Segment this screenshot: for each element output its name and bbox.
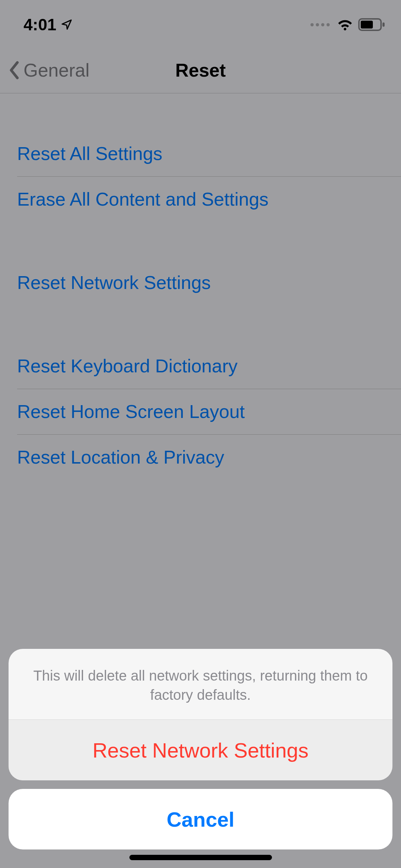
row-label: Reset Keyboard Dictionary	[17, 355, 238, 377]
status-time: 4:01	[24, 15, 56, 34]
svg-rect-1	[361, 21, 373, 29]
back-label: General	[24, 60, 89, 81]
navigation-bar: General Reset	[0, 47, 401, 93]
back-button[interactable]: General	[8, 47, 89, 93]
erase-all-content-row[interactable]: Erase All Content and Settings	[0, 176, 401, 222]
reset-network-settings-row[interactable]: Reset Network Settings	[0, 260, 401, 305]
confirm-reset-network-button[interactable]: Reset Network Settings	[9, 720, 392, 780]
battery-icon	[358, 18, 385, 31]
chevron-left-icon	[8, 61, 21, 79]
cellular-signal-icon	[310, 23, 330, 26]
reset-all-settings-row[interactable]: Reset All Settings	[0, 131, 401, 176]
settings-group: Reset Network Settings	[0, 259, 401, 306]
status-bar: 4:01	[0, 0, 401, 47]
row-label: Reset Location & Privacy	[17, 446, 224, 468]
reset-home-screen-layout-row[interactable]: Reset Home Screen Layout	[0, 389, 401, 434]
row-label: Reset Home Screen Layout	[17, 401, 245, 422]
page-title: Reset	[175, 60, 226, 81]
location-services-icon	[61, 19, 73, 31]
row-label: Reset All Settings	[17, 143, 163, 164]
reset-location-privacy-row[interactable]: Reset Location & Privacy	[0, 434, 401, 480]
cancel-button[interactable]: Cancel	[9, 789, 392, 849]
action-sheet-card: This will delete all network settings, r…	[9, 649, 392, 780]
reset-keyboard-dictionary-row[interactable]: Reset Keyboard Dictionary	[0, 343, 401, 389]
action-sheet: This will delete all network settings, r…	[0, 649, 401, 868]
settings-group: Reset Keyboard Dictionary Reset Home Scr…	[0, 343, 401, 480]
wifi-icon	[337, 18, 353, 31]
row-label: Erase All Content and Settings	[17, 188, 268, 210]
svg-rect-2	[382, 22, 385, 27]
row-label: Reset Network Settings	[17, 272, 211, 293]
action-sheet-message: This will delete all network settings, r…	[9, 649, 392, 720]
home-indicator[interactable]	[129, 855, 272, 860]
settings-group: Reset All Settings Erase All Content and…	[0, 130, 401, 222]
